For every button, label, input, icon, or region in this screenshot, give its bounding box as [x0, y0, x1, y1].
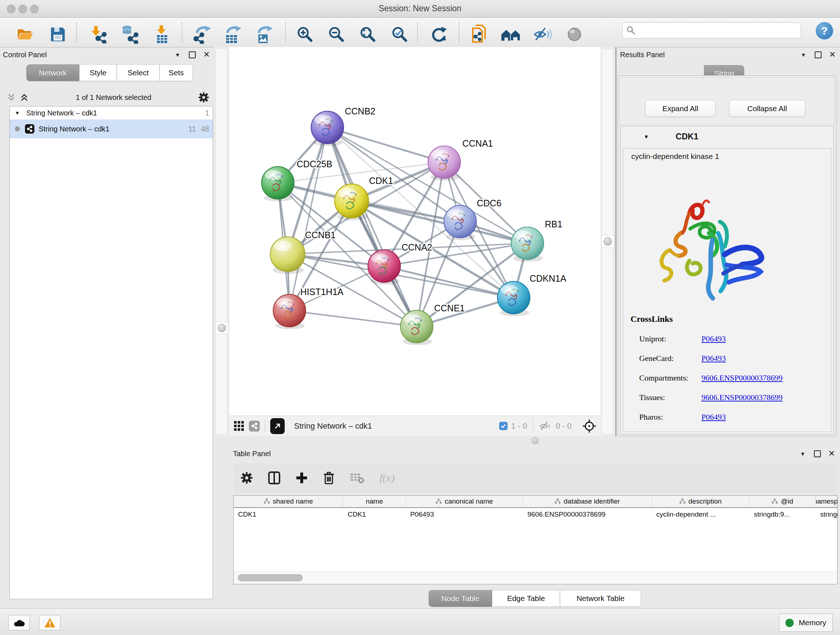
- crosslink-link-genecard[interactable]: P06493: [701, 354, 726, 363]
- apply-preferred-layout-button[interactable]: [429, 24, 449, 44]
- tab-node-table[interactable]: Node Table: [429, 590, 492, 607]
- right-splitter-handle[interactable]: [601, 235, 614, 248]
- collapse-all-chevron-icon[interactable]: [6, 93, 16, 102]
- open-session-button[interactable]: [15, 24, 35, 44]
- zoom-selected-button[interactable]: [390, 24, 410, 44]
- zoom-out-button[interactable]: [326, 24, 347, 44]
- expand-all-button[interactable]: Expand All: [645, 100, 715, 117]
- edge-CCNB2-HIST1H1A[interactable]: [289, 127, 327, 310]
- node-CCNA1[interactable]: [428, 146, 461, 181]
- tab-style[interactable]: Style: [79, 65, 117, 81]
- column-label: shared name: [273, 497, 313, 505]
- string-home-button[interactable]: [501, 24, 521, 44]
- cell-description[interactable]: cyclin-dependent ...: [652, 508, 750, 522]
- panel-close-button[interactable]: ✕: [827, 449, 836, 458]
- show-glass-button[interactable]: [564, 24, 584, 44]
- panel-float-button[interactable]: [813, 449, 822, 458]
- add-column-button[interactable]: [295, 472, 308, 484]
- column-header-namespace[interactable]: namespace: [816, 496, 838, 507]
- selected-checkbox-icon[interactable]: [499, 422, 508, 430]
- cell-database-identifier[interactable]: 9606.ENSP00000378699: [523, 508, 652, 522]
- panel-divider[interactable]: [615, 47, 617, 436]
- node-CCNB1[interactable]: [270, 237, 305, 274]
- node-HIST1H1A[interactable]: [273, 295, 306, 329]
- export-table-button[interactable]: [223, 24, 243, 44]
- panel-close-button[interactable]: ✕: [202, 50, 211, 59]
- panel-float-button[interactable]: [187, 50, 197, 59]
- horizontal-splitter-handle[interactable]: [531, 437, 538, 444]
- panel-menu-arrow-icon[interactable]: ▼: [799, 50, 808, 59]
- birds-eye-crosshair-icon[interactable]: [583, 419, 596, 433]
- network-view-icon[interactable]: [249, 421, 260, 432]
- column-header-canonical-name[interactable]: canonical name: [406, 496, 523, 507]
- panel-float-button[interactable]: [813, 50, 823, 59]
- tab-select[interactable]: Select: [117, 65, 159, 81]
- column-header-description[interactable]: description: [652, 496, 750, 507]
- crosslink-link-tissues[interactable]: 9606.ENSP00000378699: [701, 393, 783, 402]
- network-row-selected[interactable]: String Network – cdk1 11 48: [10, 119, 213, 138]
- save-session-button[interactable]: [48, 24, 68, 44]
- export-image-button[interactable]: [254, 24, 274, 44]
- node-CCNA2[interactable]: [368, 250, 401, 285]
- node-CDKN1A[interactable]: [497, 281, 530, 316]
- cloud-button[interactable]: [8, 615, 30, 630]
- scrollbar-thumb[interactable]: [238, 574, 303, 581]
- zoom-fit-button[interactable]: [358, 24, 378, 44]
- string-import-button[interactable]: [470, 24, 490, 44]
- cell-shared-name[interactable]: CDK1: [234, 508, 343, 522]
- crosslink-link-compartments[interactable]: 9606.ENSP00000378699: [701, 373, 783, 383]
- column-header-id[interactable]: @id: [750, 496, 816, 507]
- search-input[interactable]: [638, 26, 797, 35]
- memory-button[interactable]: Memory: [779, 614, 833, 632]
- grid-view-icon[interactable]: [234, 421, 245, 432]
- gene-header-row[interactable]: ▼ CDK1: [621, 126, 834, 147]
- column-header-name[interactable]: name: [343, 496, 406, 507]
- node-CCNB2[interactable]: [311, 111, 344, 146]
- import-network-from-database-button[interactable]: [119, 24, 140, 44]
- warnings-button[interactable]: [39, 615, 60, 630]
- export-network-button[interactable]: [192, 24, 212, 44]
- hide-glass-button[interactable]: [532, 24, 553, 44]
- edge-HIST1H1A-CCNE1[interactable]: [289, 310, 417, 326]
- table-horizontal-scrollbar[interactable]: [234, 572, 837, 584]
- cell-id[interactable]: stringdb:9...: [750, 508, 816, 522]
- crosslink-link-pharos[interactable]: P06493: [701, 412, 726, 422]
- cell-name[interactable]: CDK1: [343, 508, 406, 522]
- zoom-in-button[interactable]: [295, 24, 315, 44]
- delete-column-button[interactable]: [323, 471, 335, 485]
- collapse-all-button[interactable]: Collapse All: [729, 100, 805, 117]
- column-header-database-identifier[interactable]: database identifier: [523, 496, 652, 507]
- node-CCNE1[interactable]: [401, 310, 433, 345]
- column-header-shared-name[interactable]: shared name: [234, 496, 343, 507]
- cell-canonical-name[interactable]: P06493: [406, 508, 523, 522]
- network-canvas[interactable]: CCNB2CCNA1CDC25BCDK1CDC6RB1CCNB1CCNA2CDK…: [229, 47, 600, 416]
- gear-icon[interactable]: [198, 92, 209, 103]
- panel-close-button[interactable]: ✕: [828, 50, 837, 59]
- tab-sets[interactable]: Sets: [159, 65, 193, 81]
- tab-network[interactable]: Network: [27, 65, 79, 81]
- table-gear-button[interactable]: [240, 472, 253, 484]
- crosslink-link-uniprot[interactable]: P06493: [701, 334, 726, 344]
- left-splitter-handle[interactable]: [215, 321, 228, 334]
- import-network-from-file-button[interactable]: [88, 24, 109, 44]
- cell-namespace[interactable]: stringdb: [816, 508, 838, 522]
- help-button[interactable]: ?: [816, 22, 833, 40]
- select-columns-button[interactable]: [268, 471, 280, 485]
- expand-all-chevron-icon[interactable]: [19, 93, 29, 102]
- node-RB1[interactable]: [511, 227, 544, 262]
- network-collection-row[interactable]: ▼ String Network – cdk1 1: [10, 106, 213, 119]
- tab-network-table[interactable]: Network Table: [560, 590, 641, 607]
- gene-collapse-arrow-icon[interactable]: ▼: [644, 134, 649, 140]
- detach-view-button[interactable]: [270, 418, 285, 434]
- tab-edge-table[interactable]: Edge Table: [492, 590, 560, 607]
- left-scroll-track[interactable]: [216, 49, 227, 434]
- node-CDK1[interactable]: [335, 184, 369, 220]
- tree-expander-icon[interactable]: ▼: [15, 110, 20, 116]
- edge-CCNB2-CCNA1[interactable]: [327, 127, 444, 162]
- panel-menu-arrow-icon[interactable]: ▼: [798, 449, 807, 458]
- table-row[interactable]: CDK1CDK1P064939606.ENSP00000378699cyclin…: [234, 508, 837, 522]
- node-CDC6[interactable]: [444, 205, 477, 240]
- node-CDC25B[interactable]: [262, 166, 294, 201]
- import-table-from-file-button[interactable]: [152, 24, 172, 44]
- panel-menu-arrow-icon[interactable]: ▼: [173, 50, 182, 59]
